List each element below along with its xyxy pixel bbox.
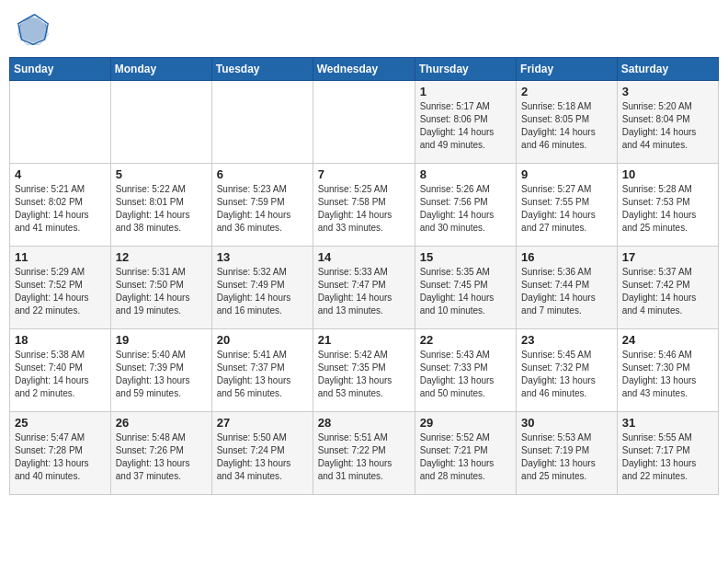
calendar-cell: 28Sunrise: 5:51 AM Sunset: 7:22 PM Dayli… — [313, 412, 415, 495]
calendar-cell: 1Sunrise: 5:17 AM Sunset: 8:06 PM Daylig… — [415, 81, 516, 164]
day-number: 27 — [217, 416, 308, 430]
day-info: Sunrise: 5:48 AM Sunset: 7:26 PM Dayligh… — [116, 431, 207, 483]
calendar-cell: 14Sunrise: 5:33 AM Sunset: 7:47 PM Dayli… — [313, 247, 415, 329]
day-info: Sunrise: 5:20 AM Sunset: 8:04 PM Dayligh… — [622, 100, 713, 152]
day-info: Sunrise: 5:40 AM Sunset: 7:39 PM Dayligh… — [116, 349, 207, 400]
day-number: 5 — [116, 167, 207, 181]
weekday-header-monday: Monday — [110, 58, 211, 81]
week-row-0: 1Sunrise: 5:17 AM Sunset: 8:06 PM Daylig… — [10, 81, 719, 164]
day-info: Sunrise: 5:53 AM Sunset: 7:19 PM Dayligh… — [521, 431, 612, 483]
day-number: 20 — [217, 333, 308, 347]
day-number: 7 — [318, 167, 410, 181]
day-number: 29 — [420, 416, 511, 430]
day-info: Sunrise: 5:27 AM Sunset: 7:55 PM Dayligh… — [521, 183, 612, 235]
week-row-1: 4Sunrise: 5:21 AM Sunset: 8:02 PM Daylig… — [10, 164, 719, 247]
day-info: Sunrise: 5:42 AM Sunset: 7:35 PM Dayligh… — [318, 349, 410, 400]
weekday-header-sunday: Sunday — [10, 58, 111, 81]
day-number: 31 — [622, 416, 713, 430]
weekday-header-tuesday: Tuesday — [211, 58, 313, 81]
calendar-cell: 17Sunrise: 5:37 AM Sunset: 7:42 PM Dayli… — [617, 247, 718, 329]
calendar-cell: 22Sunrise: 5:43 AM Sunset: 7:33 PM Dayli… — [415, 329, 516, 412]
weekday-header-row: SundayMondayTuesdayWednesdayThursdayFrid… — [10, 58, 719, 81]
day-info: Sunrise: 5:22 AM Sunset: 8:01 PM Dayligh… — [116, 183, 207, 235]
calendar-cell — [110, 81, 211, 164]
calendar-cell: 7Sunrise: 5:25 AM Sunset: 7:58 PM Daylig… — [313, 164, 415, 247]
day-number: 28 — [318, 416, 410, 430]
calendar-cell: 19Sunrise: 5:40 AM Sunset: 7:39 PM Dayli… — [110, 329, 211, 412]
weekday-header-friday: Friday — [517, 58, 618, 81]
day-info: Sunrise: 5:36 AM Sunset: 7:44 PM Dayligh… — [521, 266, 612, 317]
calendar-cell: 5Sunrise: 5:22 AM Sunset: 8:01 PM Daylig… — [110, 164, 211, 247]
day-info: Sunrise: 5:52 AM Sunset: 7:21 PM Dayligh… — [420, 431, 511, 483]
calendar-cell: 23Sunrise: 5:45 AM Sunset: 7:32 PM Dayli… — [517, 329, 618, 412]
day-info: Sunrise: 5:46 AM Sunset: 7:30 PM Dayligh… — [622, 349, 713, 400]
day-info: Sunrise: 5:29 AM Sunset: 7:52 PM Dayligh… — [15, 266, 106, 317]
day-info: Sunrise: 5:21 AM Sunset: 8:02 PM Dayligh… — [15, 183, 106, 235]
day-number: 22 — [420, 333, 511, 347]
calendar-table: SundayMondayTuesdayWednesdayThursdayFrid… — [9, 57, 719, 495]
day-info: Sunrise: 5:17 AM Sunset: 8:06 PM Dayligh… — [420, 100, 511, 152]
day-info: Sunrise: 5:55 AM Sunset: 7:17 PM Dayligh… — [622, 431, 713, 483]
day-info: Sunrise: 5:38 AM Sunset: 7:40 PM Dayligh… — [15, 349, 106, 400]
day-number: 12 — [116, 250, 207, 264]
calendar-cell: 2Sunrise: 5:18 AM Sunset: 8:05 PM Daylig… — [517, 81, 618, 164]
calendar-cell: 6Sunrise: 5:23 AM Sunset: 7:59 PM Daylig… — [211, 164, 313, 247]
day-number: 2 — [521, 85, 612, 98]
header — [9, 9, 719, 50]
day-info: Sunrise: 5:50 AM Sunset: 7:24 PM Dayligh… — [217, 431, 308, 483]
day-number: 17 — [622, 250, 713, 264]
day-info: Sunrise: 5:25 AM Sunset: 7:58 PM Dayligh… — [318, 183, 410, 235]
day-number: 6 — [217, 167, 308, 181]
day-info: Sunrise: 5:51 AM Sunset: 7:22 PM Dayligh… — [318, 431, 410, 483]
calendar-cell: 16Sunrise: 5:36 AM Sunset: 7:44 PM Dayli… — [517, 247, 618, 329]
week-row-2: 11Sunrise: 5:29 AM Sunset: 7:52 PM Dayli… — [10, 247, 719, 329]
calendar-cell: 9Sunrise: 5:27 AM Sunset: 7:55 PM Daylig… — [517, 164, 618, 247]
day-info: Sunrise: 5:23 AM Sunset: 7:59 PM Dayligh… — [217, 183, 308, 235]
day-number: 18 — [15, 333, 106, 347]
day-number: 26 — [116, 416, 207, 430]
calendar-cell — [313, 81, 415, 164]
day-info: Sunrise: 5:43 AM Sunset: 7:33 PM Dayligh… — [420, 349, 511, 400]
day-number: 8 — [420, 167, 511, 181]
calendar-cell: 4Sunrise: 5:21 AM Sunset: 8:02 PM Daylig… — [10, 164, 111, 247]
calendar-cell: 29Sunrise: 5:52 AM Sunset: 7:21 PM Dayli… — [415, 412, 516, 495]
calendar-cell: 31Sunrise: 5:55 AM Sunset: 7:17 PM Dayli… — [617, 412, 718, 495]
week-row-3: 18Sunrise: 5:38 AM Sunset: 7:40 PM Dayli… — [10, 329, 719, 412]
day-number: 9 — [521, 167, 612, 181]
day-info: Sunrise: 5:33 AM Sunset: 7:47 PM Dayligh… — [318, 266, 410, 317]
day-info: Sunrise: 5:41 AM Sunset: 7:37 PM Dayligh… — [217, 349, 308, 400]
day-number: 15 — [420, 250, 511, 264]
calendar-cell: 13Sunrise: 5:32 AM Sunset: 7:49 PM Dayli… — [211, 247, 313, 329]
day-number: 30 — [521, 416, 612, 430]
calendar-cell — [211, 81, 313, 164]
calendar-cell: 8Sunrise: 5:26 AM Sunset: 7:56 PM Daylig… — [415, 164, 516, 247]
day-number: 23 — [521, 333, 612, 347]
day-number: 13 — [217, 250, 308, 264]
day-number: 24 — [622, 333, 713, 347]
logo — [17, 13, 53, 46]
calendar-cell: 3Sunrise: 5:20 AM Sunset: 8:04 PM Daylig… — [617, 81, 718, 164]
weekday-header-wednesday: Wednesday — [313, 58, 415, 81]
calendar-cell: 21Sunrise: 5:42 AM Sunset: 7:35 PM Dayli… — [313, 329, 415, 412]
day-info: Sunrise: 5:28 AM Sunset: 7:53 PM Dayligh… — [622, 183, 713, 235]
week-row-4: 25Sunrise: 5:47 AM Sunset: 7:28 PM Dayli… — [10, 412, 719, 495]
calendar-cell: 11Sunrise: 5:29 AM Sunset: 7:52 PM Dayli… — [10, 247, 111, 329]
day-number: 11 — [15, 250, 106, 264]
calendar-cell: 18Sunrise: 5:38 AM Sunset: 7:40 PM Dayli… — [10, 329, 111, 412]
calendar-cell: 15Sunrise: 5:35 AM Sunset: 7:45 PM Dayli… — [415, 247, 516, 329]
calendar-cell: 25Sunrise: 5:47 AM Sunset: 7:28 PM Dayli… — [10, 412, 111, 495]
day-info: Sunrise: 5:32 AM Sunset: 7:49 PM Dayligh… — [217, 266, 308, 317]
day-number: 10 — [622, 167, 713, 181]
day-info: Sunrise: 5:35 AM Sunset: 7:45 PM Dayligh… — [420, 266, 511, 317]
day-info: Sunrise: 5:47 AM Sunset: 7:28 PM Dayligh… — [15, 431, 106, 483]
day-info: Sunrise: 5:31 AM Sunset: 7:50 PM Dayligh… — [116, 266, 207, 317]
calendar-cell — [10, 81, 111, 164]
day-number: 21 — [318, 333, 410, 347]
day-number: 25 — [15, 416, 106, 430]
calendar-cell: 24Sunrise: 5:46 AM Sunset: 7:30 PM Dayli… — [617, 329, 718, 412]
calendar-cell: 20Sunrise: 5:41 AM Sunset: 7:37 PM Dayli… — [211, 329, 313, 412]
weekday-header-saturday: Saturday — [617, 58, 718, 81]
day-number: 16 — [521, 250, 612, 264]
day-number: 19 — [116, 333, 207, 347]
day-number: 3 — [622, 85, 713, 98]
